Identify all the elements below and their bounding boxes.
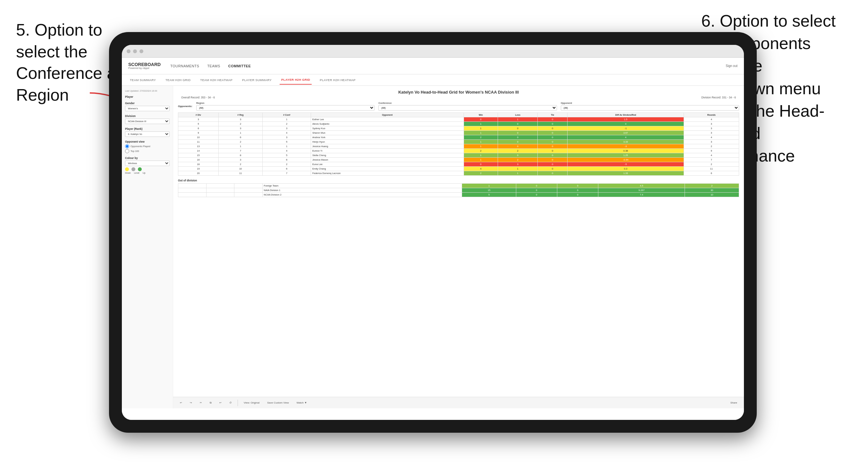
filter-bar: Opponents: Region (All) Conference (All) [178,102,739,111]
logo-text: SCOREBOARD [128,62,161,67]
overall-record: Overall Record: 353 - 34 - 6 [181,96,215,99]
top-nav: SCOREBOARD Powered by clippd TOURNAMENTS… [122,58,744,74]
sidebar-opponent-view-section: Opponent view Opponents Played Top 100 [125,140,169,153]
table-body: 331Esther Lee0101.54522Alexis Sudjianto1… [178,117,739,176]
nav-teams[interactable]: TEAMS [207,62,220,69]
legend-dot-up [138,167,142,171]
browser-dot-3 [140,49,143,53]
sign-out-link[interactable]: Sign out [725,64,738,68]
sub-nav-player-h2h-grid[interactable]: PLAYER H2H GRID [280,75,312,85]
sidebar-player-section: Player [125,95,169,98]
table-row: 1125Heejo Hyun1003.333 [178,140,739,144]
data-table: # Div # Reg # Conf Opponent Win Loss Tie… [178,113,739,176]
region-label: Region [196,102,374,104]
table-row: 1474Eunice Yi2200.389 [178,149,739,153]
sub-nav-team-h2h-heatmap[interactable]: TEAM H2H HEATMAP [198,75,234,84]
out-table-row: NAIA Division 115009.26730 [178,188,739,193]
sidebar: Last Updated: 27/03/2024 16:44 Player Ge… [122,86,173,408]
annotation-left-line4: Region [16,86,69,104]
opponent-select[interactable]: (All) [561,105,739,111]
table-row: 19106Emily Chang4100.311 [178,167,739,171]
table-row: 1311Jessica Huang100-32 [178,144,739,149]
nav-right: Sign out [725,64,738,68]
opponent-radio-top100[interactable]: Top 100 [125,149,169,153]
toolbar-save-custom[interactable]: Save Custom View [265,400,290,405]
out-of-division-label: Out of division [178,179,739,182]
toolbar-paste[interactable]: ↩ [217,400,223,405]
sidebar-updated: Last Updated: 27/03/2024 16:44 [125,90,169,92]
division-select[interactable]: NCAA Division III [125,119,169,124]
content-area: Katelyn Vo Head-to-Head Grid for Women's… [173,86,744,408]
legend-label-down: Down [125,172,131,174]
nav-items: TOURNAMENTS TEAMS COMMITTEE [170,62,716,69]
player-rank-select[interactable]: 8. Katelyn Vo [125,131,169,137]
out-table-row: NCAA Division 25007.410 [178,193,739,197]
opponent-filter: Opponent (All) [561,102,739,111]
tablet: SCOREBOARD Powered by clippd TOURNAMENTS… [109,32,757,433]
col-reg: # Reg [218,113,262,117]
opponent-radio-played-input[interactable] [125,144,129,148]
sub-nav-player-h2h-heatmap[interactable]: PLAYER H2H HEATMAP [318,75,357,84]
conference-select[interactable]: (All) [378,105,557,111]
col-div: # Div [178,113,219,117]
opponent-played-label: Opponents Played [130,145,150,148]
division-record: Division Record: 331 - 34 - 6 [701,96,736,99]
col-opponent: Opponent [311,113,464,117]
table-row: 331Esther Lee0101.54 [178,117,739,122]
col-win: Win [464,113,498,117]
gender-select[interactable]: Women's [125,106,169,111]
sidebar-player-label: Player [125,95,169,98]
table-row: 1063Andrea York20044 [178,135,739,140]
sub-nav: TEAM SUMMARY TEAM H2H GRID TEAM H2H HEAT… [122,74,744,86]
sidebar-opponent-view-label: Opponent view [125,140,169,143]
legend-label-level: Level [134,172,140,174]
page-title: Katelyn Vo Head-to-Head Grid for Women's… [178,90,739,95]
conference-label: Conference [378,102,557,104]
sub-nav-team-summary[interactable]: TEAM SUMMARY [128,75,157,84]
legend-label-up: Up [143,172,146,174]
toolbar-undo[interactable]: ↩ [178,400,184,405]
table-header-row: # Div # Reg # Conf Opponent Win Loss Tie… [178,113,739,117]
nav-committee[interactable]: COMMITTEE [228,62,251,69]
out-table-body: Foreign Team1004.52NAIA Division 115009.… [178,184,739,197]
sub-nav-player-summary[interactable]: PLAYER SUMMARY [241,75,273,84]
opponent-radio-played[interactable]: Opponents Played [125,144,169,148]
sidebar-colour-section: Colour by Win/loss Down Level Up [125,156,169,174]
toolbar-timer[interactable]: ⏱ [227,400,234,405]
table-row: 20117Federica Domenq Lacroze2101.336 [178,171,739,176]
tablet-screen: SCOREBOARD Powered by clippd TOURNAMENTS… [122,45,744,420]
opponent-radio-group: Opponents Played Top 100 [125,144,169,153]
toolbar-view-original[interactable]: View: Original [242,400,261,405]
logo: SCOREBOARD Powered by clippd [128,62,161,69]
toolbar-sep-1 [238,400,238,406]
out-of-division-table: Foreign Team1004.52NAIA Division 115009.… [178,183,739,197]
app-content: SCOREBOARD Powered by clippd TOURNAMENTS… [122,58,744,420]
opponents-label: Opponents: [178,105,192,108]
nav-tournaments[interactable]: TOURNAMENTS [170,62,199,69]
legend-dots [125,167,169,171]
table-row: 914Sharon Mun1003.673 [178,131,739,135]
legend-labels: Down Level Up [125,172,169,174]
table-row: 1636Jessica Mason120-0.947 [178,158,739,162]
table-row: 1585Stella Cheng1001.254 [178,153,739,158]
sidebar-player-rank-section: Player (Rank) 8. Katelyn Vo [125,127,169,137]
col-loss: Loss [498,113,538,117]
sidebar-division-label: Division [125,115,169,118]
table-row: 1822Euna Lee030-52 [178,162,739,167]
col-conf: # Conf [262,113,311,117]
sub-nav-team-h2h-grid[interactable]: TEAM H2H GRID [164,75,192,84]
opponent-radio-top100-input[interactable] [125,149,129,153]
toolbar-watch[interactable]: Watch ▼ [295,400,309,405]
toolbar-cut[interactable]: ✂ [198,400,204,405]
region-filter: Region (All) [196,102,374,111]
sidebar-division-section: Division NCAA Division III [125,115,169,124]
toolbar-redo[interactable]: ↪ [188,400,194,405]
browser-chrome [122,45,744,58]
toolbar-share[interactable]: Share [728,400,739,405]
region-select[interactable]: (All) [196,105,374,111]
col-tie: Tie [538,113,567,117]
table-row: 522Alexis Sudjianto10043 [178,122,739,126]
conference-filter: Conference (All) [378,102,557,111]
colour-select[interactable]: Win/loss [125,161,169,166]
toolbar-copy[interactable]: ⧉ [208,400,214,405]
